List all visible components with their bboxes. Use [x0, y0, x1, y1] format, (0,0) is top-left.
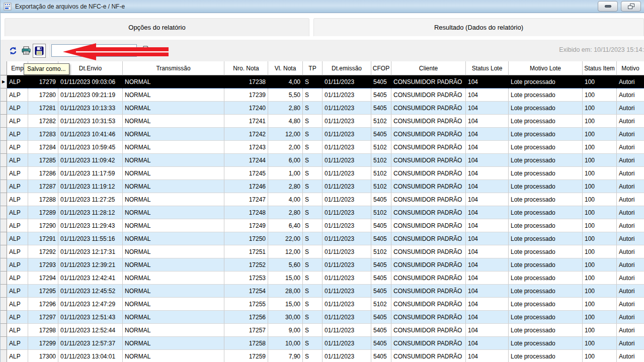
cell-status_lote[interactable]: 104 [466, 245, 509, 258]
cell-lote[interactable]: 17294 [28, 272, 58, 285]
cell-dt_envio[interactable]: 01/11/2023 10:59:45 [58, 141, 123, 154]
row-selector-cell[interactable] [1, 102, 7, 115]
cell-emp[interactable]: ALP [7, 298, 28, 311]
cell-lote[interactable]: 17298 [28, 324, 58, 337]
table-row[interactable]: ALP1728001/11/2023 09:21:19NORMAL172395,… [1, 88, 644, 102]
cell-dt_emissao[interactable]: 01/11/2023 [323, 180, 371, 193]
cell-dt_envio[interactable]: 01/11/2023 12:52:44 [58, 324, 123, 337]
cell-cliente[interactable]: CONSUMIDOR PADRÃO [391, 180, 466, 193]
cell-motivo_item[interactable]: Autori [617, 154, 644, 167]
cell-tp[interactable]: S [303, 167, 323, 180]
cell-dt_envio[interactable]: 01/11/2023 11:17:59 [58, 167, 123, 180]
cell-motivo_item[interactable]: Autori [617, 324, 644, 337]
cell-cfop[interactable]: 5405 [371, 337, 391, 350]
cell-status_lote[interactable]: 104 [466, 154, 509, 167]
cell-nro_nota[interactable]: 17254 [224, 285, 268, 298]
cell-cliente[interactable]: CONSUMIDOR PADRÃO [391, 311, 466, 324]
cell-tp[interactable]: S [303, 298, 323, 311]
cell-tp[interactable]: S [303, 232, 323, 245]
cell-emp[interactable]: ALP [7, 88, 28, 102]
cell-transmissao[interactable]: NORMAL [123, 285, 224, 298]
cell-status_item[interactable]: 100 [583, 285, 617, 298]
cell-lote[interactable]: 17285 [28, 154, 58, 167]
cell-status_lote[interactable]: 104 [466, 337, 509, 350]
column-header-cliente[interactable]: Cliente [391, 61, 466, 75]
cell-nro_nota[interactable]: 17259 [224, 350, 268, 362]
cell-cliente[interactable]: CONSUMIDOR PADRÃO [391, 115, 466, 128]
cell-tp[interactable]: S [303, 75, 323, 88]
cell-motivo_lote[interactable]: Lote processado [509, 180, 583, 193]
table-row[interactable]: ALP1728301/11/2023 10:41:46NORMAL1724212… [1, 128, 644, 141]
cell-tp[interactable]: S [303, 128, 323, 141]
cell-status_item[interactable]: 100 [583, 102, 617, 115]
cell-emp[interactable]: ALP [7, 115, 28, 128]
cell-transmissao[interactable]: NORMAL [123, 219, 224, 232]
row-selector-cell[interactable] [1, 141, 7, 154]
cell-motivo_lote[interactable]: Lote processado [509, 272, 583, 285]
cell-emp[interactable]: ALP [7, 337, 28, 350]
cell-status_lote[interactable]: 104 [466, 141, 509, 154]
cell-lote[interactable]: 17296 [28, 298, 58, 311]
cell-emp[interactable]: ALP [7, 258, 28, 272]
cell-cfop[interactable]: 5102 [371, 141, 391, 154]
cell-tp[interactable]: S [303, 272, 323, 285]
cell-dt_envio[interactable]: 01/11/2023 10:31:53 [58, 115, 123, 128]
cell-dt_emissao[interactable]: 01/11/2023 [323, 232, 371, 245]
cell-lote[interactable]: 17286 [28, 167, 58, 180]
table-row[interactable]: ▶ALP1727901/11/2023 09:03:06NORMAL172384… [1, 75, 644, 88]
cell-status_item[interactable]: 100 [583, 258, 617, 272]
cell-cfop[interactable]: 5405 [371, 75, 391, 88]
cell-transmissao[interactable]: NORMAL [123, 324, 224, 337]
cell-transmissao[interactable]: NORMAL [123, 128, 224, 141]
cell-motivo_lote[interactable]: Lote processado [509, 88, 583, 102]
cell-cfop[interactable]: 5405 [371, 232, 391, 245]
cell-motivo_item[interactable]: Autori [617, 219, 644, 232]
cell-cfop[interactable]: 5102 [371, 167, 391, 180]
tab-resultado[interactable]: Resultado (Dados do relatório) [313, 18, 644, 36]
cell-dt_emissao[interactable]: 01/11/2023 [323, 128, 371, 141]
cell-motivo_item[interactable]: Autori [617, 102, 644, 115]
cell-dt_envio[interactable]: 01/11/2023 12:57:37 [58, 337, 123, 350]
cell-lote[interactable]: 17288 [28, 193, 58, 206]
cell-motivo_lote[interactable]: Lote processado [509, 311, 583, 324]
cell-vl_nota[interactable]: 2,80 [268, 206, 303, 219]
cell-status_item[interactable]: 100 [583, 311, 617, 324]
cell-lote[interactable]: 17279 [28, 75, 58, 88]
cell-transmissao[interactable]: NORMAL [123, 154, 224, 167]
cell-motivo_lote[interactable]: Lote processado [509, 258, 583, 272]
cell-dt_envio[interactable]: 01/11/2023 09:21:19 [58, 88, 123, 102]
cell-tp[interactable]: S [303, 88, 323, 102]
cell-status_lote[interactable]: 104 [466, 180, 509, 193]
cell-vl_nota[interactable]: 5,60 [268, 258, 303, 272]
cell-dt_envio[interactable]: 01/11/2023 11:55:16 [58, 232, 123, 245]
cell-status_lote[interactable]: 104 [466, 115, 509, 128]
cell-cliente[interactable]: CONSUMIDOR PADRÃO [391, 193, 466, 206]
cell-emp[interactable]: ALP [7, 167, 28, 180]
table-row[interactable]: ALP1729701/11/2023 12:51:43NORMAL1725630… [1, 311, 644, 324]
row-selector-cell[interactable] [1, 206, 7, 219]
cell-emp[interactable]: ALP [7, 75, 28, 88]
cell-motivo_lote[interactable]: Lote processado [509, 75, 583, 88]
cell-status_lote[interactable]: 104 [466, 88, 509, 102]
cell-motivo_item[interactable]: Autori [617, 88, 644, 102]
row-selector-cell[interactable] [1, 272, 7, 285]
cell-dt_envio[interactable]: 01/11/2023 12:42:41 [58, 272, 123, 285]
cell-dt_envio[interactable]: 01/11/2023 11:19:12 [58, 180, 123, 193]
cell-cfop[interactable]: 5102 [371, 154, 391, 167]
cell-dt_emissao[interactable]: 01/11/2023 [323, 88, 371, 102]
cell-motivo_item[interactable]: Autori [617, 350, 644, 362]
cell-vl_nota[interactable]: 12,00 [268, 245, 303, 258]
cell-cfop[interactable]: 5405 [371, 88, 391, 102]
cell-vl_nota[interactable]: 7,90 [268, 350, 303, 362]
table-row[interactable]: ALP1728401/11/2023 10:59:45NORMAL172432,… [1, 141, 644, 154]
cell-motivo_item[interactable]: Autori [617, 206, 644, 219]
cell-emp[interactable]: ALP [7, 232, 28, 245]
cell-transmissao[interactable]: NORMAL [123, 167, 224, 180]
cell-dt_emissao[interactable]: 01/11/2023 [323, 206, 371, 219]
row-selector-cell[interactable] [1, 154, 7, 167]
cell-nro_nota[interactable]: 17241 [224, 115, 268, 128]
cell-lote[interactable]: 17290 [28, 219, 58, 232]
cell-nro_nota[interactable]: 17253 [224, 272, 268, 285]
cell-status_lote[interactable]: 104 [466, 232, 509, 245]
row-selector-cell[interactable] [1, 298, 7, 311]
